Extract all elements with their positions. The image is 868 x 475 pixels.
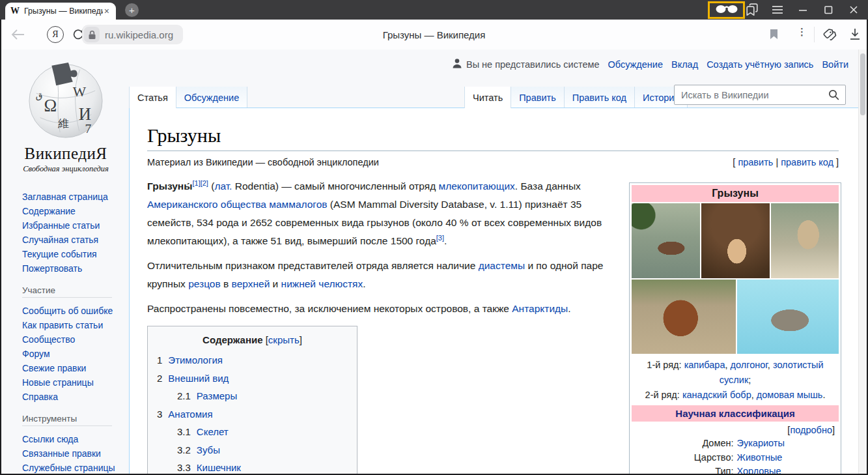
user-icon	[452, 58, 462, 70]
capybara-photo[interactable]	[632, 203, 700, 278]
svg-text:維: 維	[57, 117, 69, 130]
sidebar-item-forum[interactable]: Форум	[22, 349, 50, 359]
sidebar-item-special-pages[interactable]: Служебные страницы	[22, 463, 115, 473]
search-icon[interactable]	[828, 89, 845, 100]
incognito-glasses-icon[interactable]	[716, 5, 738, 16]
toc-item[interactable]: 3Анатомия	[157, 405, 348, 424]
collections-tags-icon[interactable]	[822, 27, 839, 45]
sidebar-section-tools: Инструменты	[22, 414, 112, 426]
toc-item[interactable]: 3.1Скелет	[157, 423, 348, 441]
svg-text:Ω: Ω	[44, 96, 57, 115]
golden-ground-squirrel-photo[interactable]	[771, 203, 839, 278]
sidebar-item-new-pages[interactable]: Новые страницы	[22, 377, 94, 388]
back-arrow-icon[interactable]	[10, 29, 25, 43]
sidebar-item-how-to-edit[interactable]: Как править статьи	[22, 320, 103, 330]
wikipedia-wordmark: ВикипедиЯ	[1, 145, 130, 163]
classification-rows: Домен:Эукариоты Царство:Животные Тип:Хор…	[632, 437, 839, 474]
sidebar-item-community[interactable]: Сообщество	[22, 334, 75, 345]
svg-text:И: И	[79, 104, 91, 124]
section-edit-links[interactable]: [ править | править код ]	[733, 157, 839, 167]
page-title: Грызуны	[147, 123, 839, 151]
toc-item[interactable]: 3.2Зубы	[157, 441, 348, 459]
toc-item[interactable]: 2.1Размеры	[157, 387, 348, 405]
wikipedia-favicon: W	[10, 6, 20, 16]
sidebar-item-current-events[interactable]: Текущие события	[22, 249, 97, 259]
sidebar-participation-list: Сообщить об ошибке Как править статьи Со…	[22, 304, 130, 404]
tab-edit[interactable]: Править	[511, 87, 565, 108]
svg-text:7: 7	[85, 121, 92, 136]
window-maximize-button[interactable]	[820, 2, 837, 18]
tab-read[interactable]: Читать	[464, 87, 511, 108]
tab-edit-source[interactable]: Править код	[565, 87, 635, 108]
toc-item[interactable]: 1Этимология	[157, 351, 348, 369]
side-panels-icon[interactable]	[744, 2, 761, 18]
toc-item[interactable]: 3.3Кишечник	[157, 459, 348, 474]
taxobox: Грызуны 1-й ряд: капибара, долгоног, зол…	[629, 182, 841, 474]
article-content: Грызуны Материал из Википедии — свободно…	[129, 108, 858, 474]
taxobox-caption: 1-й ряд: капибара, долгоног, золотистый …	[634, 358, 836, 403]
bookmark-flag-icon[interactable]	[770, 29, 778, 42]
classification-row: Тип:Хордовые	[632, 465, 839, 474]
view-tabs: Читать Править Править код История	[464, 87, 688, 108]
canadian-beaver-photo[interactable]	[632, 280, 736, 354]
sidebar-item-main-page[interactable]: Заглавная страница	[22, 192, 108, 202]
personal-link-contributions[interactable]: Вклад	[671, 59, 698, 70]
window-close-button[interactable]	[845, 2, 862, 18]
menu-hamburger-icon[interactable]	[769, 2, 786, 18]
sidebar-item-random[interactable]: Случайная статья	[22, 235, 98, 245]
address-bar-divider	[814, 27, 815, 42]
paragraph: Отличительным признаком представителей о…	[147, 257, 611, 293]
url-field[interactable]: ru.wikipedia.org	[82, 25, 183, 44]
scrollbar-thumb[interactable]	[860, 53, 865, 115]
wikipedia-tagline: Свободная энциклопедия	[1, 164, 130, 174]
personal-link-create-account[interactable]: Создать учётную запись	[707, 59, 813, 70]
sidebar-nav: Заглавная страница Содержание Избранные …	[22, 190, 130, 276]
https-lock-icon[interactable]	[84, 27, 100, 42]
paragraph: Распространены повсеместно, за исключени…	[147, 300, 611, 318]
yandex-services-icon[interactable]: Я	[47, 26, 64, 43]
incognito-highlight-box[interactable]	[708, 1, 745, 19]
house-mouse-photo[interactable]	[737, 280, 839, 354]
table-of-contents: Содержание [скрыть] 1Этимология 2Внешний…	[147, 326, 357, 474]
tab-talk[interactable]: Обсуждение	[176, 87, 247, 108]
classification-detail-link[interactable]: [подробно]	[632, 422, 839, 437]
toc-item[interactable]: 2Внешний вид	[157, 369, 348, 388]
sidebar-item-donate[interactable]: Пожертвовать	[22, 263, 82, 274]
wikipedia-logo[interactable]: Ω W И 維 7 ق ВикипедиЯ Свободная энциклоп…	[1, 50, 130, 174]
sidebar-item-recent-changes[interactable]: Свежие правки	[22, 363, 86, 373]
classification-row: Домен:Эукариоты	[632, 437, 839, 451]
page-scrollbar[interactable]	[858, 50, 867, 474]
title-bar: W Грызуны — Википедия × +	[0, 0, 868, 20]
sidebar-section-participation: Участие	[22, 285, 112, 298]
wiki-search-box[interactable]	[674, 85, 846, 105]
sidebar-tools-list: Ссылки сюда Связанные правки Служебные с…	[22, 432, 130, 474]
window-minimize-button[interactable]	[794, 2, 811, 18]
sidebar-item-help[interactable]: Справка	[22, 392, 58, 402]
tab-article[interactable]: Статья	[129, 87, 176, 108]
toc-title[interactable]: Содержание [скрыть]	[157, 334, 348, 345]
download-icon[interactable]	[848, 27, 862, 44]
site-subtitle: Материал из Википедии — свободной энцикл…	[147, 157, 379, 167]
taxobox-title: Грызуны	[632, 185, 839, 202]
new-tab-button[interactable]: +	[125, 3, 139, 17]
tab-close-icon[interactable]: ×	[103, 6, 111, 16]
personal-link-login[interactable]: Войти	[822, 59, 848, 70]
not-logged-in-notice: Вы не представились системе	[452, 58, 600, 70]
sidebar-item-report-error[interactable]: Сообщить об ошибке	[22, 306, 113, 316]
wiki-search-input[interactable]	[675, 90, 828, 100]
springhare-photo[interactable]	[701, 203, 770, 278]
namespace-tabs: Статья Обсуждение	[129, 87, 247, 108]
sidebar-item-contents[interactable]: Содержание	[22, 206, 76, 216]
sidebar-item-related-changes[interactable]: Связанные правки	[22, 448, 101, 459]
address-bar: Я ru.wikipedia.org Грызуны — Википедия ⋮	[1, 20, 867, 50]
svg-text:W: W	[73, 84, 87, 100]
browser-tab[interactable]: W Грызуны — Википедия ×	[5, 3, 116, 20]
paragraph: Грызуны́[1][2] (лат. Rodentia) — самый м…	[147, 177, 611, 250]
sidebar-item-what-links-here[interactable]: Ссылки сюда	[22, 434, 78, 444]
browser-window: W Грызуны — Википедия × +	[0, 0, 868, 475]
sidebar-item-featured[interactable]: Избранные статьи	[22, 220, 100, 231]
url-domain: ru.wikipedia.org	[100, 29, 181, 40]
personal-link-talk[interactable]: Обсуждение	[608, 59, 662, 70]
browser-tab-title: Грызуны — Википедия	[24, 7, 103, 16]
kebab-menu-icon[interactable]: ⋮	[797, 30, 804, 33]
